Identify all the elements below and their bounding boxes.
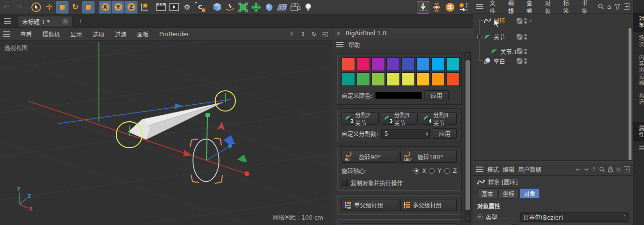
split-2-joints-button[interactable]: 2 分割2关节 [342, 112, 379, 125]
make-editable-icon[interactable] [417, 1, 429, 14]
keyframe-ring-icon[interactable] [477, 214, 483, 220]
am-menu-edit[interactable]: 编辑 [503, 165, 514, 173]
side-tab-structure[interactable]: 构造 [633, 89, 644, 109]
last-tool-icon[interactable] [82, 1, 95, 14]
render-settings-icon[interactable]: ⚙ [181, 1, 193, 14]
object-manager-menu-icon[interactable] [476, 4, 483, 9]
split-3-joints-button[interactable]: 3 分割3关节 [381, 112, 418, 125]
search-icon[interactable] [598, 3, 604, 10]
apply-color-button[interactable]: 应用 [425, 90, 449, 100]
render-to-picture-viewer-icon[interactable] [168, 1, 180, 14]
axis-y-radio[interactable] [429, 168, 435, 174]
redo-icon[interactable]: ↷ [13, 1, 26, 14]
rigaidtool-close-icon[interactable]: ✕ [336, 30, 341, 37]
palette-swatch[interactable] [431, 57, 445, 71]
object-row-joint-1[interactable]: 关节.1 [491, 46, 517, 56]
vp-menu-view[interactable]: 查看 [15, 30, 37, 38]
live-selection-icon[interactable] [30, 1, 42, 14]
rigaidtool-help-menu[interactable]: 帮助 [348, 41, 360, 49]
magic-render-icon[interactable]: C [194, 1, 206, 14]
palette-swatch[interactable] [342, 72, 355, 86]
x-axis-lock-icon[interactable]: X [99, 1, 111, 14]
vp-menu-display[interactable]: 显示 [65, 30, 87, 38]
layer-toggle-icon[interactable] [517, 58, 522, 64]
scrollbar-thumb[interactable] [466, 60, 470, 210]
subdivision-surface-icon[interactable] [237, 1, 249, 14]
undo-icon[interactable]: ↶ [0, 1, 13, 14]
expander-icon[interactable]: − [477, 35, 481, 39]
layer-toggle-icon[interactable] [517, 18, 522, 24]
tabbar-menu-icon[interactable] [4, 18, 11, 24]
single-parent-group-button[interactable]: 单父级打组 [342, 199, 398, 211]
scroll-up-icon[interactable]: ˄ [465, 53, 470, 58]
rigaid-scrollbar[interactable]: ˄ ˅ [465, 52, 471, 223]
viewport-zoom-icon[interactable]: ⇕ [299, 30, 307, 38]
field-sphere-icon[interactable] [263, 1, 275, 14]
light-icon[interactable] [302, 1, 315, 14]
object-row-joint[interactable]: 关节 [484, 32, 505, 42]
track-icon[interactable]: ⊙ [616, 166, 621, 173]
viewport-maximize-icon[interactable]: ◱ [321, 30, 329, 38]
coordinate-system-icon[interactable] [138, 1, 151, 14]
filter-icon[interactable] [615, 4, 620, 10]
rotate-tool-icon[interactable]: ↻ [69, 1, 82, 14]
snap-icon[interactable] [430, 1, 443, 14]
palette-swatch[interactable] [356, 57, 370, 71]
vp-menu-panel[interactable]: 面板 [132, 30, 154, 38]
move-tool-icon[interactable]: ✛ [43, 1, 55, 14]
bind-controller-button[interactable]: 绑定控制器到指定骨骼 [342, 223, 457, 225]
rotate-180-button[interactable]: ⤾180° 旋转180° [400, 151, 457, 163]
document-tab[interactable]: 未标题 1 * ✕ [18, 16, 73, 27]
add-layer-icon[interactable]: + [624, 3, 630, 10]
custom-color-swatch[interactable] [375, 92, 422, 99]
side-tab-attributes[interactable]: 属性 [633, 122, 644, 141]
type-dropdown[interactable]: 贝塞尔(Bezier) ˅ [520, 212, 629, 222]
om-menu-object[interactable]: 对象 [542, 0, 557, 15]
axis-x-radio[interactable] [413, 168, 419, 174]
enabled-check-icon[interactable]: ✓ [529, 17, 534, 24]
palette-swatch[interactable] [416, 72, 430, 86]
object-manager-scrollbar[interactable] [629, 28, 631, 160]
vp-menu-prorender[interactable]: ProRender [154, 31, 194, 38]
viewport-pan-icon[interactable]: ✛ [288, 30, 296, 38]
side-tab-layers[interactable]: 层 [633, 141, 644, 155]
rigaidtool-menu-icon[interactable] [336, 42, 343, 47]
tab-basic[interactable]: 基本 [477, 188, 497, 198]
apply-split-button[interactable]: 应用 [433, 128, 457, 139]
palette-swatch[interactable] [401, 72, 415, 86]
cube-primitive-icon[interactable] [211, 1, 223, 14]
viewport-orbit-icon[interactable]: ↻ [310, 30, 318, 38]
split-4-joints-button[interactable]: 4 分割4关节 [420, 112, 457, 125]
om-menu-view[interactable]: 查看 [524, 0, 538, 15]
y-axis-lock-icon[interactable]: Y [112, 1, 124, 14]
vp-menu-options[interactable]: 选项 [87, 30, 110, 38]
om-menu-file[interactable]: 文件 [487, 0, 502, 15]
search-icon[interactable] [599, 167, 605, 172]
palette-swatch[interactable] [416, 57, 430, 71]
palette-swatch[interactable] [446, 72, 460, 86]
scale-tool-icon[interactable] [56, 1, 69, 14]
tab-coordinates[interactable]: 坐标 [498, 188, 519, 198]
history-forward-icon[interactable]: → [584, 166, 589, 173]
visibility-dots-icon[interactable] [524, 58, 527, 64]
palette-swatch[interactable] [342, 57, 355, 71]
om-menu-edit[interactable]: 编辑 [506, 0, 520, 15]
palette-swatch[interactable] [386, 72, 400, 86]
spline-pen-icon[interactable] [224, 1, 236, 14]
new-panel-icon[interactable]: + [624, 166, 630, 172]
palette-swatch[interactable] [431, 72, 445, 86]
palette-swatch[interactable] [386, 57, 400, 71]
multi-parent-group-button[interactable]: 多父级打组 [400, 199, 457, 211]
om-menu-tags[interactable]: 标签 [561, 0, 575, 15]
tab-close-icon[interactable]: ✕ [62, 18, 69, 25]
palette-swatch[interactable] [371, 57, 385, 71]
axis-modifier-icon[interactable]: X Y Z [457, 1, 470, 14]
side-tab-takes[interactable]: 场次 [633, 32, 644, 51]
s-workplane-icon[interactable]: S [444, 1, 456, 14]
palette-swatch[interactable] [401, 57, 415, 71]
new-tab-icon[interactable]: + [78, 17, 83, 25]
scroll-down-icon[interactable]: ˅ [465, 217, 470, 223]
palette-swatch[interactable] [356, 72, 370, 86]
history-back-icon[interactable]: ← [576, 166, 581, 173]
vp-menu-camera[interactable]: 摄像机 [37, 30, 65, 38]
